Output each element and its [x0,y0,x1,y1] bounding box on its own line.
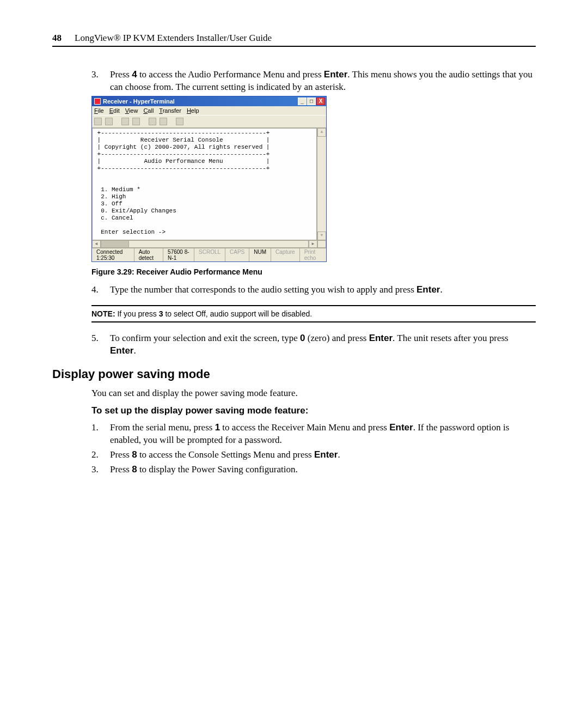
menu-help[interactable]: Help [187,107,199,114]
text-fragment: Press [110,69,132,80]
hyperterminal-window: Receiver - HyperTerminal _ □ X File Edit… [91,96,327,262]
procedure-step-3: 3. Press 8 to display the Power Saving c… [91,464,536,476]
maximize-button[interactable]: □ [307,98,316,105]
note-box: NOTE: If you press 3 to select Off, audi… [91,305,536,322]
status-bar: Connected 1:25:30 Auto detect 57600 8-N-… [92,248,326,261]
key-1: 1 [215,422,220,433]
text-fragment: If you press [115,309,159,318]
send-icon[interactable] [149,118,156,125]
step-text: Press 4 to access the Audio Performance … [110,69,536,94]
menu-call[interactable]: Call [143,107,154,114]
status-num: NUM [249,248,271,261]
terminal-output: +---------------------------------------… [92,128,317,240]
key-enter: Enter [324,69,347,80]
text-fragment: to access the Console Settings Menu and … [137,449,314,460]
toolbar [92,115,326,128]
new-icon[interactable] [94,118,102,125]
text-fragment: to select Off, audio support will be dis… [163,309,313,318]
menu-edit[interactable]: Edit [109,107,120,114]
key-enter: Enter [110,345,133,356]
key-3: 3 [159,309,163,318]
scroll-left-icon[interactable]: ◄ [92,240,101,248]
procedure-heading: To set up the display power saving mode … [91,405,536,416]
procedure-step-1: 1. From the serial menu, press 1 to acce… [91,422,536,447]
section-heading: Display power saving mode [52,367,536,381]
horizontal-scrollbar[interactable]: ◄ ► [92,240,326,248]
menu-bar: File Edit View Call Transfer Help [92,106,326,115]
step-3: 3. Press 4 to access the Audio Performan… [91,69,536,94]
text-fragment: To confirm your selection and exit the s… [110,333,300,343]
status-capture: Capture [271,248,300,261]
step-text: Press 8 to access the Console Settings M… [110,449,536,461]
scroll-thumb[interactable] [101,241,129,247]
book-title: LongView® IP KVM Extenders Installer/Use… [75,33,272,44]
step-text: Type the number that corresponds to the … [110,284,536,296]
text-fragment: to access the Receiver Main Menu and pre… [220,422,389,433]
section-intro: You can set and display the power saving… [91,388,536,399]
minimize-button[interactable]: _ [298,98,307,105]
window-titlebar: Receiver - HyperTerminal _ □ X [92,96,326,106]
status-connected: Connected 1:25:30 [92,248,134,261]
menu-file[interactable]: File [94,107,104,114]
key-enter: Enter [369,333,393,343]
receive-icon[interactable] [160,118,167,125]
scroll-down-icon[interactable]: ▼ [317,232,326,240]
note-label: NOTE: [91,309,115,318]
key-enter: Enter [416,284,440,295]
status-caps: CAPS [225,248,249,261]
text-fragment: . The unit resets after you press [393,333,509,343]
key-enter: Enter [389,422,413,433]
key-8: 8 [132,449,137,460]
key-4: 4 [132,69,137,80]
text-fragment: (zero) and press [305,333,369,343]
close-button[interactable]: X [316,98,325,105]
page-header: 48 LongView® IP KVM Extenders Installer/… [52,33,536,47]
text-fragment: . [133,345,136,356]
text-fragment: . [440,284,442,295]
step-text: Press 8 to display the Power Saving conf… [110,464,536,476]
step-4: 4. Type the number that corresponds to t… [91,284,536,296]
step-number: 4. [91,284,110,296]
text-fragment: From the serial menu, press [110,422,215,433]
step-5: 5. To confirm your selection and exit th… [91,332,536,357]
key-8: 8 [132,464,137,474]
status-printecho: Print echo [300,248,326,261]
step-number: 2. [91,449,110,461]
text-fragment: Press [110,449,132,460]
figure-caption: Figure 3.29: Receiver Audio Performance … [91,267,536,276]
app-icon [94,98,101,105]
step-number: 3. [91,69,110,94]
page-number: 48 [52,33,62,44]
step-number: 5. [91,332,110,357]
procedure-step-2: 2. Press 8 to access the Console Setting… [91,449,536,461]
text-fragment: to access the Audio Performance Menu and… [137,69,324,80]
menu-transfer[interactable]: Transfer [159,107,181,114]
vertical-scrollbar[interactable]: ▲ ▼ [317,128,326,240]
open-icon[interactable] [105,118,113,125]
connect-icon[interactable] [121,118,129,125]
status-autodetect: Auto detect [134,248,163,261]
window-buttons: _ □ X [298,98,325,105]
window-title: Receiver - HyperTerminal [103,98,175,105]
text-fragment: . [338,449,340,460]
scroll-up-icon[interactable]: ▲ [317,128,326,137]
properties-icon[interactable] [176,118,183,125]
text-fragment: to display the Power Saving configuratio… [137,464,298,474]
disconnect-icon[interactable] [132,118,140,125]
status-scroll: SCROLL [194,248,225,261]
step-number: 1. [91,422,110,447]
text-fragment: Press [110,464,132,474]
step-number: 3. [91,464,110,476]
step-text: To confirm your selection and exit the s… [110,332,536,357]
scroll-right-icon[interactable]: ► [309,240,317,248]
scrollbar-corner [317,240,326,248]
text-fragment: Type the number that corresponds to the … [110,284,416,295]
key-0: 0 [300,333,305,343]
key-enter: Enter [314,449,338,460]
menu-view[interactable]: View [125,107,138,114]
step-text: From the serial menu, press 1 to access … [110,422,536,447]
status-connection: 57600 8-N-1 [163,248,194,261]
